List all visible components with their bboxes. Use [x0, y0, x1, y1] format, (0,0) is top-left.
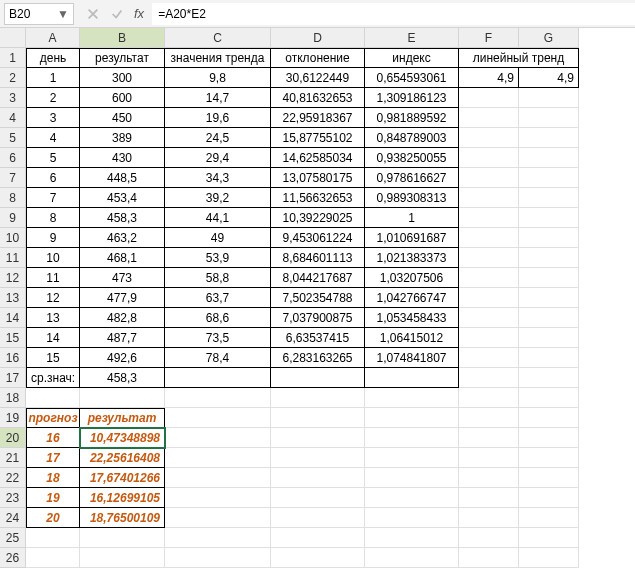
cell-E[interactable]: 1,010691687	[365, 228, 459, 248]
cell-B[interactable]: 18,76500109	[80, 508, 165, 528]
cell-G[interactable]	[519, 528, 579, 548]
cell-D[interactable]: 9,453061224	[271, 228, 365, 248]
cell-C[interactable]: 34,3	[165, 168, 271, 188]
cell-F[interactable]	[459, 88, 519, 108]
cell-B[interactable]: 17,67401266	[80, 468, 165, 488]
cell-D[interactable]	[271, 448, 365, 468]
cell-G[interactable]	[519, 228, 579, 248]
column-header-C[interactable]: C	[165, 28, 271, 48]
cell-D[interactable]	[271, 428, 365, 448]
row-header-7[interactable]: 7	[0, 168, 26, 188]
cell-E[interactable]	[365, 368, 459, 388]
cell-C[interactable]: 73,5	[165, 328, 271, 348]
cell-F[interactable]	[459, 528, 519, 548]
cell-E[interactable]	[365, 428, 459, 448]
cell-E[interactable]	[365, 468, 459, 488]
row-header-8[interactable]: 8	[0, 188, 26, 208]
cell-E[interactable]: 0,989308313	[365, 188, 459, 208]
cell-C[interactable]: 78,4	[165, 348, 271, 368]
cell-E[interactable]: индекс	[365, 48, 459, 68]
column-header-D[interactable]: D	[271, 28, 365, 48]
cell-D[interactable]	[271, 508, 365, 528]
row-header-21[interactable]: 21	[0, 448, 26, 468]
cell-F[interactable]	[459, 468, 519, 488]
cell-D[interactable]: 15,87755102	[271, 128, 365, 148]
cell-C[interactable]: 68,6	[165, 308, 271, 328]
column-header-G[interactable]: G	[519, 28, 579, 48]
cell-B[interactable]: 600	[80, 88, 165, 108]
cell-A[interactable]: прогноз	[26, 408, 80, 428]
cell-C[interactable]	[165, 508, 271, 528]
row-header-22[interactable]: 22	[0, 468, 26, 488]
cell-B[interactable]: 458,3	[80, 208, 165, 228]
cell-A[interactable]: 7	[26, 188, 80, 208]
cell-A[interactable]: 4	[26, 128, 80, 148]
formula-input[interactable]	[152, 3, 635, 25]
cell-E[interactable]: 1,021383373	[365, 248, 459, 268]
row-header-24[interactable]: 24	[0, 508, 26, 528]
cell-G[interactable]	[519, 328, 579, 348]
dropdown-icon[interactable]: ▼	[57, 7, 69, 21]
cell-G[interactable]	[519, 288, 579, 308]
cell-D[interactable]: 40,81632653	[271, 88, 365, 108]
cell-A[interactable]: 18	[26, 468, 80, 488]
cell-F[interactable]	[459, 408, 519, 428]
cell-C[interactable]: 19,6	[165, 108, 271, 128]
cell-C[interactable]: 58,8	[165, 268, 271, 288]
cell-B[interactable]	[80, 388, 165, 408]
cell-B[interactable]: 450	[80, 108, 165, 128]
row-header-13[interactable]: 13	[0, 288, 26, 308]
cell-A[interactable]: 1	[26, 68, 80, 88]
cell-A[interactable]: 5	[26, 148, 80, 168]
row-header-25[interactable]: 25	[0, 528, 26, 548]
cell-D[interactable]	[271, 408, 365, 428]
cell-G[interactable]	[519, 348, 579, 368]
fx-icon[interactable]: fx	[134, 6, 144, 21]
cell-G[interactable]	[519, 548, 579, 568]
row-header-5[interactable]: 5	[0, 128, 26, 148]
cell-E[interactable]	[365, 488, 459, 508]
cell-D[interactable]	[271, 528, 365, 548]
cell-A[interactable]: ср.знач:	[26, 368, 80, 388]
cell-B[interactable]	[80, 528, 165, 548]
cell-E[interactable]	[365, 388, 459, 408]
cell-F[interactable]	[459, 448, 519, 468]
cell-E[interactable]: 0,848789003	[365, 128, 459, 148]
cell-G[interactable]	[519, 368, 579, 388]
cell-E[interactable]	[365, 528, 459, 548]
cell-F[interactable]	[459, 328, 519, 348]
cell-A[interactable]	[26, 548, 80, 568]
cell-F[interactable]	[459, 168, 519, 188]
cell-A[interactable]: 12	[26, 288, 80, 308]
cell-E[interactable]: 0,938250055	[365, 148, 459, 168]
cell-C[interactable]: 63,7	[165, 288, 271, 308]
cell-A[interactable]: 20	[26, 508, 80, 528]
cell-G[interactable]	[519, 188, 579, 208]
cell-A[interactable]: 11	[26, 268, 80, 288]
cell-D[interactable]: 11,56632653	[271, 188, 365, 208]
row-header-3[interactable]: 3	[0, 88, 26, 108]
cell-E[interactable]	[365, 448, 459, 468]
cancel-icon[interactable]	[86, 7, 100, 21]
cell-E[interactable]: 1,074841807	[365, 348, 459, 368]
cell-F[interactable]	[459, 128, 519, 148]
cell-C[interactable]: 14,7	[165, 88, 271, 108]
row-header-23[interactable]: 23	[0, 488, 26, 508]
cell-A[interactable]	[26, 388, 80, 408]
cell-B[interactable]: 16,12699105	[80, 488, 165, 508]
cell-C[interactable]: значения тренда	[165, 48, 271, 68]
cell-A[interactable]	[26, 528, 80, 548]
cell-B[interactable]: результат	[80, 408, 165, 428]
cell-C[interactable]	[165, 528, 271, 548]
cell-C[interactable]	[165, 448, 271, 468]
cell-B[interactable]: 430	[80, 148, 165, 168]
cell-D[interactable]	[271, 388, 365, 408]
cell-E[interactable]	[365, 548, 459, 568]
cell-D[interactable]: отклонение	[271, 48, 365, 68]
cell-E[interactable]	[365, 408, 459, 428]
cell-B[interactable]: 477,9	[80, 288, 165, 308]
cell-F[interactable]	[459, 348, 519, 368]
cell-F[interactable]	[459, 288, 519, 308]
cell-G[interactable]	[519, 168, 579, 188]
row-header-1[interactable]: 1	[0, 48, 26, 68]
